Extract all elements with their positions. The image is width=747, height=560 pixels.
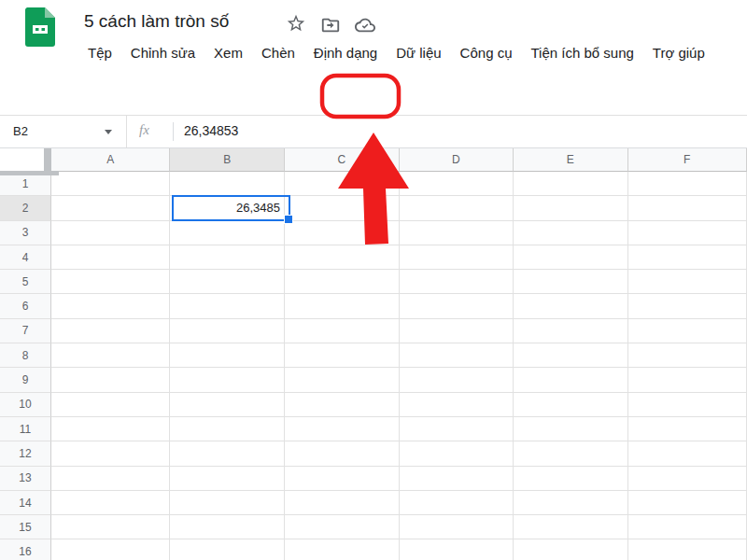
cell-B2[interactable]: 26,3485	[170, 196, 285, 220]
fill-handle[interactable]	[284, 215, 293, 224]
cell-D12[interactable]	[400, 441, 514, 466]
cell-D7[interactable]	[400, 319, 514, 343]
cell-F15[interactable]	[628, 515, 747, 539]
select-all-corner[interactable]	[0, 148, 51, 172]
cell-E12[interactable]	[514, 441, 628, 466]
cell-C9[interactable]	[285, 368, 400, 392]
row-header-8[interactable]: 8	[0, 343, 51, 368]
row-header-4[interactable]: 4	[0, 245, 51, 270]
row-header-13[interactable]: 13	[0, 467, 51, 491]
menu-file[interactable]: Tệp	[78, 42, 121, 63]
cell-E7[interactable]	[514, 319, 628, 343]
cell-C8[interactable]	[285, 343, 400, 368]
cell-D2[interactable]	[400, 196, 514, 220]
cell-F3[interactable]	[628, 221, 747, 245]
cell-F5[interactable]	[628, 270, 747, 294]
menu-edit[interactable]: Chỉnh sửa	[121, 42, 204, 63]
cell-B1[interactable]	[170, 172, 285, 196]
cell-C15[interactable]	[285, 515, 400, 539]
cell-A4[interactable]	[51, 245, 170, 270]
menu-data[interactable]: Dữ liệu	[387, 42, 450, 63]
cell-A3[interactable]	[51, 221, 170, 245]
column-header-F[interactable]: F	[628, 148, 747, 172]
cell-E8[interactable]	[514, 343, 628, 368]
cell-E11[interactable]	[514, 417, 628, 441]
cell-E5[interactable]	[514, 270, 628, 294]
cell-D4[interactable]	[400, 245, 514, 270]
menu-addons[interactable]: Tiện ích bổ sung	[521, 42, 642, 63]
column-header-D[interactable]: D	[400, 148, 514, 172]
cell-B15[interactable]	[170, 515, 285, 539]
row-header-6[interactable]: 6	[0, 294, 51, 318]
cell-C6[interactable]	[285, 294, 400, 318]
cell-D14[interactable]	[400, 491, 514, 515]
cell-A2[interactable]	[51, 196, 170, 220]
cell-A16[interactable]	[51, 539, 170, 560]
cell-A13[interactable]	[51, 467, 170, 491]
cell-A5[interactable]	[51, 270, 170, 294]
cell-A11[interactable]	[51, 417, 170, 441]
cell-F12[interactable]	[628, 441, 747, 466]
cell-E6[interactable]	[514, 294, 628, 318]
cell-B11[interactable]	[170, 417, 285, 441]
cell-B14[interactable]	[170, 491, 285, 515]
menu-help[interactable]: Trợ giúp	[643, 42, 714, 63]
cell-A12[interactable]	[51, 441, 170, 466]
cell-C2[interactable]	[285, 196, 400, 220]
cell-E13[interactable]	[514, 467, 628, 491]
star-icon[interactable]	[286, 13, 306, 34]
cell-C7[interactable]	[285, 319, 400, 343]
cell-B6[interactable]	[170, 294, 285, 318]
cell-D15[interactable]	[400, 515, 514, 539]
cell-E15[interactable]	[514, 515, 628, 539]
cell-B13[interactable]	[170, 467, 285, 491]
cell-E16[interactable]	[514, 539, 628, 560]
cell-E4[interactable]	[514, 245, 628, 270]
menu-insert[interactable]: Chèn	[252, 42, 304, 63]
cell-C4[interactable]	[285, 245, 400, 270]
cell-B16[interactable]	[170, 539, 285, 560]
cell-D9[interactable]	[400, 368, 514, 392]
column-header-B[interactable]: B	[170, 148, 285, 172]
cell-F11[interactable]	[628, 417, 747, 441]
cell-E9[interactable]	[514, 368, 628, 392]
cell-A9[interactable]	[51, 368, 170, 392]
cell-C1[interactable]	[285, 172, 400, 196]
cell-D11[interactable]	[400, 417, 514, 441]
move-to-folder-icon[interactable]	[320, 15, 341, 35]
cell-F14[interactable]	[628, 491, 747, 515]
cell-D16[interactable]	[400, 539, 514, 560]
row-header-10[interactable]: 10	[0, 393, 51, 417]
row-header-14[interactable]: 14	[0, 491, 51, 515]
cell-A6[interactable]	[51, 294, 170, 318]
cell-A10[interactable]	[51, 393, 170, 417]
cell-D6[interactable]	[400, 294, 514, 318]
row-header-2[interactable]: 2	[0, 196, 51, 220]
column-header-A[interactable]: A	[51, 148, 170, 172]
cell-D3[interactable]	[400, 221, 514, 245]
cell-B12[interactable]	[170, 441, 285, 466]
cell-C16[interactable]	[285, 539, 400, 560]
column-header-E[interactable]: E	[514, 148, 628, 172]
row-header-7[interactable]: 7	[0, 319, 51, 343]
cell-F10[interactable]	[628, 393, 747, 417]
cell-D8[interactable]	[400, 343, 514, 368]
column-header-C[interactable]: C	[285, 148, 400, 172]
cell-A8[interactable]	[51, 343, 170, 368]
cell-D5[interactable]	[400, 270, 514, 294]
cloud-check-icon[interactable]	[355, 15, 375, 35]
cell-B4[interactable]	[170, 245, 285, 270]
cell-A15[interactable]	[51, 515, 170, 539]
row-header-3[interactable]: 3	[0, 221, 51, 245]
row-header-16[interactable]: 16	[0, 539, 51, 560]
name-box-caret-icon[interactable]	[105, 130, 112, 134]
cell-D1[interactable]	[400, 172, 514, 196]
cell-F1[interactable]	[628, 172, 747, 196]
cell-B3[interactable]	[170, 221, 285, 245]
cell-F7[interactable]	[628, 319, 747, 343]
cell-C3[interactable]	[285, 221, 400, 245]
row-header-9[interactable]: 9	[0, 368, 51, 392]
cell-C13[interactable]	[285, 467, 400, 491]
cell-E2[interactable]	[514, 196, 628, 220]
cell-A1[interactable]	[51, 172, 170, 196]
